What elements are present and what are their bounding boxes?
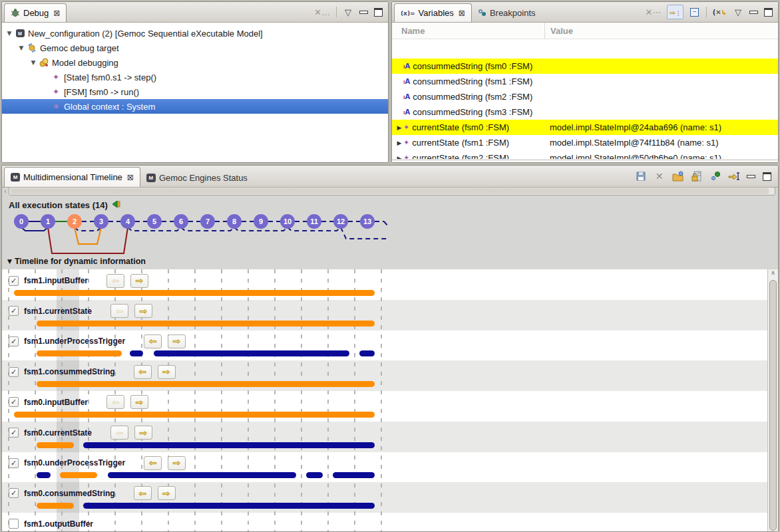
show-logical-structure-icon[interactable]: ⇒⋮: [667, 5, 683, 19]
variable-row[interactable]: ▶✦currentState (fsm1 :FSM)model.impl.Sta…: [392, 135, 778, 150]
model-debugging-icon: [39, 58, 49, 67]
tab-multidimensional-timeline[interactable]: M Multidimensional Timeline ⊠: [4, 167, 140, 187]
debug-tree-item[interactable]: ▼Gemoc debug target: [2, 41, 388, 55]
row-checkbox[interactable]: ✓: [9, 397, 19, 407]
row-checkbox[interactable]: ✓: [9, 458, 19, 468]
step-forward-button[interactable]: ⇨: [134, 426, 152, 440]
expander-icon[interactable]: ▶: [395, 124, 403, 131]
step-forward-button[interactable]: ⇨: [158, 486, 176, 500]
column-value[interactable]: Value: [544, 23, 778, 39]
variable-row[interactable]: IAconsummedString (fsm1 :FSM): [392, 74, 778, 89]
execution-state-8[interactable]: 8: [227, 214, 242, 229]
step-back-button[interactable]: ⇦: [144, 456, 162, 470]
step-forward-button[interactable]: ⇨: [134, 304, 152, 318]
open-trace-icon[interactable]: [672, 171, 683, 182]
hscroll-thumb[interactable]: [11, 188, 769, 194]
column-name[interactable]: Name: [392, 26, 544, 36]
scroll-left-icon[interactable]: ‹: [2, 188, 9, 195]
breakpoint-dots-icon[interactable]: [709, 171, 721, 182]
view-menu-icon[interactable]: ▽: [733, 6, 743, 18]
step-forward-button[interactable]: ⇨: [130, 395, 148, 409]
row-checkbox[interactable]: [9, 519, 19, 529]
timeline-row-header: ✓fsm0.underProcessTrigger⇦⇨: [2, 456, 186, 470]
maximize-icon[interactable]: [764, 8, 773, 17]
step-forward-button[interactable]: ⇨: [168, 334, 186, 348]
delete-icon[interactable]: ✕: [654, 171, 665, 182]
add-watch-icon[interactable]: (✕↳: [713, 6, 727, 18]
execution-state-1[interactable]: 1: [41, 214, 55, 229]
expander-icon[interactable]: ▶: [395, 155, 403, 160]
collapse-all-icon[interactable]: −: [689, 6, 700, 18]
execution-state-3[interactable]: 3: [94, 214, 108, 229]
execution-state-10[interactable]: 10: [280, 214, 295, 229]
close-icon[interactable]: ⊠: [459, 9, 465, 18]
svg-text:8: 8: [232, 217, 236, 225]
bug-icon: [11, 7, 20, 19]
row-checkbox[interactable]: ✓: [9, 488, 19, 498]
variable-row[interactable]: ▶✦currentState (fsm0 :FSM)model.impl.Sta…: [392, 120, 778, 135]
execution-state-6[interactable]: 6: [174, 214, 188, 229]
follow-cursor-icon[interactable]: [728, 171, 739, 182]
tab-gemoc-engines-status[interactable]: M Gemoc Engines Status: [140, 169, 254, 187]
svg-text:1: 1: [46, 217, 50, 225]
debug-tree-item[interactable]: ✦[State] fsm0.s1 -> step(): [2, 70, 388, 84]
remove-all-terminated-icon[interactable]: ✕…: [314, 6, 330, 18]
debug-tree-item[interactable]: ▼MNew_configuration (2) [Gemoc Sequentia…: [2, 26, 388, 41]
expander-icon[interactable]: ▼: [30, 59, 37, 66]
debug-tree-item[interactable]: ✳Global context : System: [2, 99, 388, 114]
step-back-button[interactable]: ⇦: [106, 395, 124, 409]
timeline-section-header[interactable]: ▼ Timeline for dynamic information: [7, 257, 146, 266]
step-back-button[interactable]: ⇦: [110, 426, 128, 440]
variable-row[interactable]: IAconsummedString (fsm0 :FSM): [392, 59, 778, 74]
execution-state-0[interactable]: 0: [14, 214, 29, 229]
row-checkbox[interactable]: ✓: [9, 306, 19, 316]
execution-state-12[interactable]: 12: [333, 214, 348, 229]
close-icon[interactable]: ⊠: [127, 173, 134, 182]
debug-tree-item[interactable]: ▼Model debugging: [2, 55, 388, 70]
execution-state-7[interactable]: 7: [200, 214, 215, 229]
maximize-icon[interactable]: [763, 172, 771, 181]
tab-breakpoints[interactable]: Breakpoints: [472, 4, 542, 22]
variable-row[interactable]: IAconsummedString (fsm2 :FSM): [392, 89, 778, 104]
execution-state-4[interactable]: 4: [120, 214, 135, 229]
vertical-scrollbar[interactable]: ∧: [767, 269, 778, 532]
row-checkbox[interactable]: ✓: [9, 276, 19, 286]
step-forward-button[interactable]: ⇨: [168, 456, 186, 470]
step-back-button[interactable]: ⇦: [106, 274, 124, 288]
execution-state-11[interactable]: 11: [307, 214, 321, 229]
expander-icon[interactable]: ▶: [395, 140, 403, 146]
step-back-button[interactable]: ⇦: [144, 334, 162, 348]
show-type-names-icon[interactable]: ✕⋯: [646, 6, 662, 18]
execution-state-13[interactable]: 13: [360, 214, 375, 229]
row-checkbox[interactable]: ✓: [9, 336, 19, 346]
variable-row[interactable]: ▶✦currentState (fsm2 :FSM)model.impl.Sta…: [392, 150, 778, 159]
tab-variables[interactable]: (x)= Variables ⊠: [394, 3, 472, 22]
step-back-button[interactable]: ⇦: [110, 304, 128, 318]
minimize-icon[interactable]: [747, 175, 755, 178]
scroll-up-icon[interactable]: ∧: [768, 269, 778, 279]
row-checkbox[interactable]: ✓: [9, 367, 19, 377]
expander-icon[interactable]: ▼: [6, 30, 13, 37]
vscroll-thumb[interactable]: [769, 280, 777, 531]
expander-icon[interactable]: ▼: [18, 45, 25, 51]
step-forward-button[interactable]: ⇨: [158, 365, 176, 379]
horizontal-scrollbar[interactable]: ‹: [2, 186, 778, 196]
minimize-icon[interactable]: [749, 11, 758, 14]
minimize-icon[interactable]: [359, 11, 368, 14]
maximize-icon[interactable]: [374, 8, 383, 17]
execution-state-2[interactable]: 2: [67, 214, 82, 229]
save-icon[interactable]: [635, 171, 646, 182]
step-back-button[interactable]: ⇦: [134, 486, 152, 500]
step-forward-button[interactable]: ⇨: [130, 274, 148, 288]
execution-state-9[interactable]: 9: [254, 214, 268, 229]
view-menu-icon[interactable]: ▽: [343, 6, 353, 18]
row-checkbox[interactable]: ✓: [9, 428, 19, 438]
timeline-row-label: fsm0.currentState: [24, 428, 92, 438]
variable-row[interactable]: IAconsummedString (fsm3 :FSM): [392, 104, 778, 120]
close-icon[interactable]: ⊠: [53, 9, 60, 18]
step-back-button[interactable]: ⇦: [134, 365, 152, 379]
debug-tree-item[interactable]: ✦[FSM] fsm0 -> run(): [2, 84, 388, 99]
save-locked-trace-icon[interactable]: [691, 171, 702, 182]
execution-state-5[interactable]: 5: [147, 214, 162, 229]
tab-debug[interactable]: Debug ⊠: [4, 3, 67, 22]
